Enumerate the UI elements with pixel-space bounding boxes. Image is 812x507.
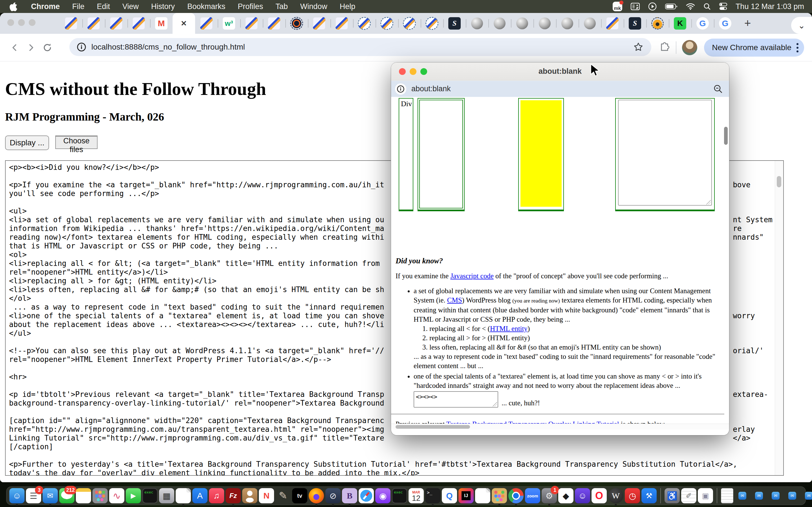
dock-finder-icon[interactable]: ☺	[9, 488, 24, 503]
tab-5[interactable]: M	[150, 13, 172, 34]
tab-12[interactable]	[308, 13, 331, 34]
dock-wordpress-icon[interactable]: W	[608, 488, 623, 503]
dock-safari-icon[interactable]	[359, 488, 374, 503]
chrome-menu-icon[interactable]	[797, 43, 799, 52]
dock-terminal-icon[interactable]: >_	[425, 488, 441, 503]
tab-3[interactable]	[105, 13, 128, 34]
dock-minimized-mail-window-icon[interactable]: ✉	[772, 492, 779, 500]
playback-icon[interactable]	[648, 2, 657, 11]
dock-contacts-icon[interactable]	[242, 488, 257, 503]
dock-opera-icon[interactable]: O	[592, 488, 607, 503]
popup-window-controls[interactable]	[399, 68, 427, 75]
dock-freeform-icon[interactable]: ∿	[109, 488, 124, 503]
keyboard-switcher-icon[interactable]	[631, 3, 640, 10]
choose-files-button[interactable]: Choose files	[55, 135, 98, 149]
tab-23[interactable]	[556, 13, 578, 34]
menu-view[interactable]: View	[116, 2, 145, 11]
dock-system-settings-icon[interactable]: ⚙1	[542, 488, 557, 503]
menu-bar-clock[interactable]: Thu 12 Mar 1:03 pm	[735, 2, 804, 11]
dock-photos-stack-icon[interactable]: ▣	[698, 488, 713, 503]
menu-help[interactable]: Help	[334, 2, 362, 11]
back-button[interactable]	[8, 41, 21, 54]
dock-calendar-icon[interactable]: MAR12	[409, 488, 424, 503]
status-app-icon[interactable]: mk	[613, 2, 622, 11]
dock-notes-icon[interactable]	[76, 488, 91, 503]
dock-chrome-icon[interactable]	[508, 488, 523, 503]
tab-30[interactable]: G	[714, 13, 737, 34]
new-tab-button[interactable]: +	[744, 17, 751, 30]
dock-gimp-icon[interactable]: ✎	[275, 488, 291, 503]
popup-zoom-icon[interactable]	[713, 84, 723, 94]
tab-22[interactable]	[534, 13, 556, 34]
display-button[interactable]: Display ...	[5, 135, 49, 150]
dock-launchpad-icon[interactable]	[93, 488, 108, 503]
close-icon[interactable]: ✕	[181, 19, 187, 28]
dock-minimized-mail-window-icon[interactable]: ✉	[788, 492, 796, 500]
tab-1[interactable]	[60, 13, 82, 34]
new-chrome-pill[interactable]: New Chrome available	[704, 39, 804, 57]
popup-url-bar[interactable]: about:blank	[391, 81, 729, 97]
menu-profiles[interactable]: Profiles	[232, 2, 269, 11]
apple-menu-icon[interactable]	[9, 2, 17, 11]
tab-24[interactable]	[578, 13, 601, 34]
dock-textedit-document-icon[interactable]	[175, 488, 191, 503]
window-controls[interactable]	[7, 19, 36, 26]
tab-9[interactable]	[240, 13, 263, 34]
dock-news-icon[interactable]: N	[259, 488, 274, 503]
dock-app-blocker-icon[interactable]: ⊘	[325, 488, 341, 503]
poc-textarea[interactable]	[618, 100, 712, 206]
menu-edit[interactable]: Edit	[91, 2, 116, 11]
dock-filezilla-icon[interactable]: Fz	[225, 488, 241, 503]
dock-exec-terminal-2-icon[interactable]: exec	[392, 488, 407, 503]
tab-search-chevron[interactable]: ⌄	[791, 17, 812, 34]
tab-active[interactable]: ✕	[172, 13, 195, 34]
minimize-window-button[interactable]	[18, 19, 25, 26]
dock-intellij-idea-icon[interactable]: IJ	[458, 488, 474, 503]
tab-11[interactable]	[285, 13, 308, 34]
zoom-window-button[interactable]	[29, 19, 36, 26]
popup-zoom-button[interactable]	[420, 68, 427, 75]
popup-vertical-scrollbar-thumb[interactable]	[724, 127, 728, 145]
dock-exec-terminal-icon[interactable]: exec	[142, 488, 158, 503]
forward-button[interactable]	[25, 41, 37, 54]
dock-quicktime-icon[interactable]: Q	[442, 488, 457, 503]
popup-minimize-button[interactable]	[410, 68, 416, 75]
dock-zoom-icon[interactable]: zoom	[525, 488, 540, 503]
textarea-scrollbar-thumb[interactable]	[777, 176, 781, 187]
omnibox[interactable]: localhost:8888/cms_no_follow_through.htm…	[69, 38, 651, 56]
url-text[interactable]: localhost:8888/cms_no_follow_through.htm…	[91, 43, 245, 52]
tab-15[interactable]	[375, 13, 398, 34]
tab-14[interactable]	[353, 13, 375, 34]
inline-link[interactable]: HTML entity	[490, 325, 527, 332]
dock-facetime-icon[interactable]: ▶	[126, 488, 141, 503]
menu-file[interactable]: File	[66, 2, 91, 11]
battery-icon[interactable]	[665, 3, 677, 10]
dock-accessibility-inspector-icon[interactable]: ♿	[665, 488, 680, 503]
popup-horizontal-scrollbar[interactable]	[391, 424, 729, 430]
dock-coteditor-icon[interactable]: ☺	[575, 488, 590, 503]
dock-music-icon[interactable]: ♫	[209, 488, 224, 503]
popup-close-button[interactable]	[399, 68, 406, 75]
menu-window[interactable]: Window	[294, 2, 334, 11]
tab-4[interactable]	[128, 13, 150, 34]
tab-26[interactable]: S	[624, 13, 646, 34]
dock-app-store-icon[interactable]: A	[192, 488, 207, 503]
tab-28[interactable]: K	[669, 13, 691, 34]
tab-13[interactable]	[331, 13, 353, 34]
extensions-icon[interactable]	[659, 41, 670, 54]
tab-2[interactable]	[82, 13, 105, 34]
dock-minimized-document-window-icon[interactable]	[721, 488, 733, 503]
dock-firefox-icon[interactable]	[309, 488, 324, 503]
popup-horizontal-scrollbar-thumb[interactable]	[396, 425, 470, 429]
bookmark-star-icon[interactable]	[633, 42, 644, 52]
dock-speedtest-icon[interactable]: ◷	[625, 488, 640, 503]
profile-avatar[interactable]	[682, 40, 697, 55]
inline-link[interactable]: Javascript code	[450, 272, 493, 280]
tab-7[interactable]	[195, 13, 218, 34]
site-info-icon[interactable]	[77, 42, 86, 52]
menu-history[interactable]: History	[145, 2, 181, 11]
textarea-scrollbar[interactable]	[775, 161, 783, 475]
dock-textedit-icon[interactable]: ✐	[681, 488, 696, 503]
dock-pages-document-icon[interactable]	[475, 488, 490, 503]
tab-29[interactable]: G	[691, 13, 714, 34]
